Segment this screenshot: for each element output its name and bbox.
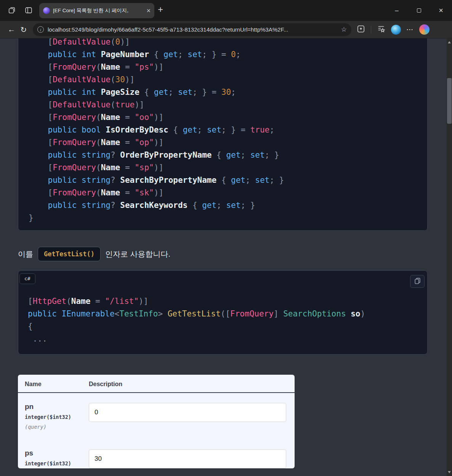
code-line: public int PageSize { get; set; } = 30; [29,86,427,99]
scroll-up-icon[interactable] [448,41,451,43]
code-line: [FromQuery(Name = "sp")] [29,161,427,174]
tab-actions-icon[interactable] [8,6,16,14]
code-line: { [28,320,427,333]
navbar-right-icons: ··· [357,24,430,35]
page-content: [DefaultValue(0)] public int PageNumber … [0,38,447,476]
copilot-sidebar-icon[interactable] [357,25,365,35]
param-description-cell [89,403,295,431]
param-name-cell: ps integer($int32) [18,449,89,468]
table-header-row: Name Description [18,375,295,393]
code-line: [FromQuery(Name = "sk")] [29,187,427,199]
code-line: public string? OrderByPropertyName { get… [29,149,427,161]
code-line: public int PageNumber { get; set; } = 0; [29,48,427,61]
code-line: } [29,212,427,224]
code-line: public bool IsOrderByDesc { get; set; } … [29,124,427,136]
favorites-icon[interactable] [377,25,385,35]
copy-button[interactable] [410,275,425,288]
table-row: ps integer($int32) [18,431,295,468]
toolbar-divider [371,26,371,34]
param-value-input[interactable] [89,449,286,468]
column-header-name: Name [18,381,89,388]
code-block-1: [DefaultValue(0)] public int PageNumber … [18,38,428,231]
code-block-2: c# [HttpGet(Name = "/list")]public IEnum… [18,270,428,355]
browser-titlebar: [EF Core] 목록형 반환 시 페이지, × + – × [0,0,452,21]
param-type: integer($int32) [25,460,89,467]
new-tab-button[interactable]: + [158,4,163,15]
language-tag: c# [19,273,35,284]
address-bar[interactable]: i localhost:5249/blog/dimohy/66a6aff2-5c… [33,23,351,36]
code-line: ... [28,333,427,345]
param-type: integer($int32) [25,414,89,421]
inline-code: GetTestList() [38,247,101,261]
code-line: [FromQuery(Name = "ps")] [29,61,427,73]
param-value-input[interactable] [89,403,286,422]
param-name: ps [25,449,89,457]
refresh-icon[interactable]: ↻ [18,25,30,34]
code-line: public IEnumerable<TestInfo> GetTestList… [28,308,427,320]
settings-menu-icon[interactable]: ··· [407,26,414,33]
scrollbar[interactable] [447,38,452,476]
code-lines: [HttpGet(Name = "/list")]public IEnumera… [28,295,427,345]
scroll-down-icon[interactable] [448,471,451,473]
profile-avatar[interactable] [391,25,401,35]
close-button[interactable]: × [430,0,452,21]
code-line: public string? SearchKeywords { get; set… [29,199,427,212]
code-line: [HttpGet(Name = "/list")] [28,295,427,308]
back-icon[interactable]: ← [5,25,18,34]
code-line: [DefaultValue(30)] [29,73,427,86]
code-line: [DefaultValue(0)] [29,38,427,48]
parameters-table: Name Description pn integer($int32) (que… [18,375,295,468]
code-line: public string? SearchByPropertyName { ge… [29,174,427,187]
param-name-cell: pn integer($int32) (query) [18,403,89,431]
column-header-description: Description [89,381,295,388]
param-name: pn [25,403,89,410]
maximize-button[interactable] [408,0,430,21]
code-line: [DefaultValue(true)] [29,99,427,111]
maximize-icon [417,8,421,13]
site-favicon-icon [43,7,50,14]
scrollbar-thumb[interactable] [447,78,452,124]
table-row: pn integer($int32) (query) [18,393,295,431]
site-info-icon[interactable]: i [37,26,44,33]
param-location: (query) [25,423,89,431]
paragraph-suffix: 인자로 사용합니다. [105,249,170,259]
window-controls: – × [386,0,452,21]
param-description-cell [89,449,295,468]
paragraph-prefix: 이를 [18,249,33,259]
tab-close-icon[interactable]: × [146,7,151,14]
paragraph: 이를 GetTestList() 인자로 사용합니다. [18,247,429,261]
copy-icon [414,278,421,285]
code-line: [FromQuery(Name = "op")] [29,136,427,149]
minimize-button[interactable]: – [386,0,408,21]
code-line: [FromQuery(Name = "oo")] [29,111,427,124]
favorite-star-icon[interactable]: ☆ [341,26,347,34]
browser-tab[interactable]: [EF Core] 목록형 반환 시 페이지, × [39,3,154,18]
workspaces-icon[interactable] [24,6,33,14]
tab-title: [EF Core] 목록형 반환 시 페이지, [53,7,143,14]
url-text[interactable]: localhost:5249/blog/dimohy/66a6aff2-5c57… [48,26,341,33]
code-lines: [DefaultValue(0)] public int PageNumber … [29,38,427,224]
copilot-icon[interactable] [419,24,430,35]
browser-navbar: ← ↻ i localhost:5249/blog/dimohy/66a6aff… [0,21,452,38]
